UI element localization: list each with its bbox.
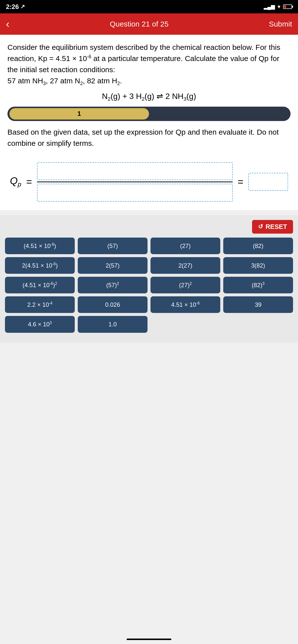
fraction-line [37, 182, 233, 182]
result-box[interactable] [248, 173, 288, 191]
header: ‹ Question 21 of 25 Submit [0, 14, 298, 35]
tile-3-82[interactable]: 3(82) [223, 257, 293, 274]
fraction-input [37, 161, 233, 202]
question-conditions: 57 atm NH3, 27 atm N2, 82 atm H2. [8, 77, 122, 85]
home-indicator [127, 638, 171, 640]
fraction-area: Qp = = [8, 156, 290, 210]
signal-icon: ▂▄▆ [264, 4, 275, 10]
tile-4-51e-6[interactable]: (4.51 × 10-6) [5, 238, 75, 254]
fraction-numerator[interactable] [37, 162, 233, 180]
second-equals: = [238, 176, 243, 188]
tile-2-57[interactable]: 2(57) [78, 257, 147, 274]
first-equals: = [26, 176, 32, 188]
tile-39[interactable]: 39 [223, 296, 293, 313]
question-counter: Question 21 of 25 [10, 20, 269, 28]
tile-4-51e-6-bare[interactable]: 4.51 × 10-6 [151, 296, 220, 313]
reset-button[interactable]: ↺ RESET [252, 220, 293, 234]
tile-4-6e3[interactable]: 4.6 × 103 [5, 316, 75, 332]
back-button[interactable]: ‹ [6, 19, 10, 29]
fraction-denominator[interactable] [37, 184, 233, 202]
reset-label: RESET [265, 223, 287, 230]
tile-57-sq[interactable]: (57)2 [78, 277, 147, 293]
qp-label: Qp [10, 175, 21, 188]
tile-82[interactable]: (82) [223, 238, 293, 254]
tile-82-cu[interactable]: (82)3 [223, 277, 293, 293]
status-bar-left: 2:26 ↗ [6, 3, 25, 11]
wifi-icon: ▾ [278, 4, 280, 10]
tile-57[interactable]: (57) [78, 238, 147, 254]
time-label: 2:26 [6, 3, 19, 11]
question-body: Consider the equilibrium system describe… [8, 42, 290, 87]
instruction-text: Based on the given data, set up the expr… [8, 126, 290, 149]
tile-1-0[interactable]: 1.0 [78, 316, 147, 332]
tile-27[interactable]: (27) [151, 238, 220, 254]
battery-level [284, 6, 286, 8]
tiles-grid: (4.51 × 10-6) (57) (27) (82) 2(4.51 × 10… [5, 238, 293, 333]
progress-value: 1 [77, 110, 81, 118]
tile-2-2e-4[interactable]: 2.2 × 10-4 [5, 296, 75, 313]
reaction-equation: N2(g) + 3 H2(g) ⇌ 2 NH3(g) [8, 92, 290, 102]
status-bar-right: ▂▄▆ ▾ [264, 4, 292, 10]
battery-icon [283, 4, 292, 9]
tile-2-4-51e-6[interactable]: 2(4.51 × 10-6) [5, 257, 75, 274]
answer-area: ↺ RESET (4.51 × 10-6) (57) (27) (82) 2(4… [0, 215, 298, 343]
reset-row: ↺ RESET [5, 220, 293, 234]
navigation-arrow: ↗ [20, 4, 25, 10]
tile-27-sq[interactable]: (27)2 [151, 277, 220, 293]
main-content: Consider the equilibrium system describe… [0, 35, 298, 210]
reset-icon: ↺ [258, 223, 263, 230]
status-bar: 2:26 ↗ ▂▄▆ ▾ [0, 0, 298, 14]
tile-4-51e-6-sq[interactable]: (4.51 × 10-6)2 [5, 277, 75, 293]
submit-button[interactable]: Submit [269, 20, 292, 28]
tile-2-27[interactable]: 2(27) [151, 257, 220, 274]
progress-container: 1 [8, 107, 290, 121]
question-text-main: Consider the equilibrium system describe… [8, 43, 280, 74]
tile-0-026[interactable]: 0.026 [78, 296, 147, 313]
progress-bar: 1 [10, 108, 149, 120]
